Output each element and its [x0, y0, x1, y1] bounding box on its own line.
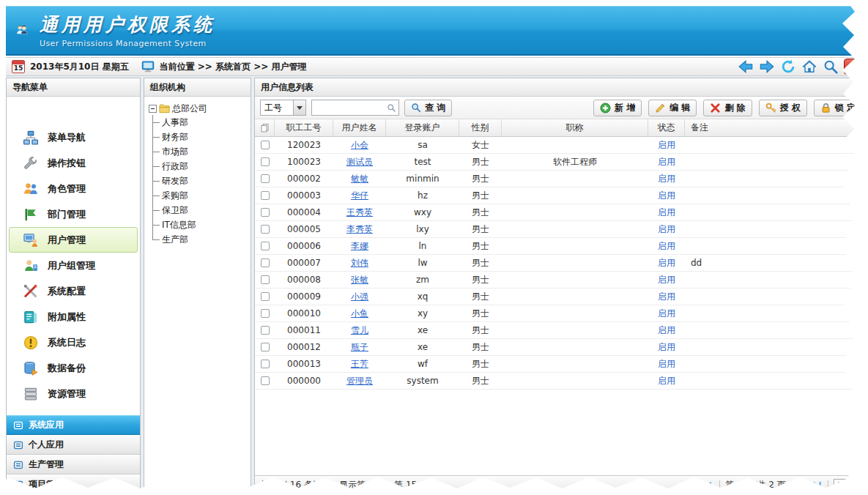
sidebar-item-role-management[interactable]: 角色管理 — [9, 176, 138, 201]
divider — [828, 480, 828, 491]
lock-button[interactable]: 锁 定 — [814, 100, 862, 116]
user-name-link[interactable]: 王芳 — [351, 358, 368, 371]
first-page-icon[interactable] — [689, 480, 700, 491]
user-name-link[interactable]: 刘伟 — [351, 257, 368, 269]
search-input[interactable] — [312, 101, 387, 114]
column-header-3[interactable]: 登录账户 — [386, 119, 459, 136]
table-row[interactable]: 000006李娜ln男士启用 — [255, 238, 867, 255]
table-row[interactable]: 000000管理员system男士启用 — [255, 373, 867, 390]
table-row[interactable]: 000013王芳wf男士启用 — [255, 356, 867, 373]
tree-node-0[interactable]: 人事部 — [152, 115, 248, 130]
sidebar-item-user-management[interactable]: 用户管理 — [9, 227, 138, 253]
user-name-link[interactable]: 敏敏 — [351, 173, 368, 185]
search-icon[interactable] — [823, 59, 839, 75]
accordion-system-apps[interactable]: 系统应用 — [7, 415, 140, 435]
table-row[interactable]: 000008张敏zm男士启用 — [255, 272, 867, 289]
table-row[interactable]: 100023测试员test男士软件工程师启用 — [255, 154, 867, 171]
user-name-link[interactable]: 雪儿 — [351, 324, 368, 337]
authorize-button[interactable]: 授 权 — [759, 100, 807, 116]
tree-node-2[interactable]: 市场部 — [152, 144, 248, 159]
table-row[interactable]: 000004王秀英wxy男士启用 — [255, 204, 867, 221]
table-row[interactable]: 000003华仔hz男士启用 — [255, 187, 867, 204]
user-name-link[interactable]: 小会 — [351, 139, 368, 152]
user-name-link[interactable]: 华仔 — [351, 190, 368, 202]
next-page-icon[interactable] — [797, 480, 808, 491]
add-button[interactable]: 新 增 — [593, 100, 642, 116]
row-checkbox[interactable] — [261, 309, 270, 318]
row-checkbox[interactable] — [261, 360, 270, 368]
table-row[interactable]: 000010小鱼xy男士启用 — [255, 305, 867, 322]
last-page-icon[interactable] — [812, 480, 823, 491]
sidebar-item-data-backup[interactable]: 数据备份 — [9, 355, 138, 381]
row-checkbox[interactable] — [261, 376, 270, 385]
app-launcher-icon[interactable] — [844, 59, 860, 75]
table-row[interactable]: 000009小强xq男士启用 — [255, 289, 867, 305]
row-checkbox[interactable] — [261, 258, 270, 267]
table-row[interactable]: 000002敏敏minmin男士启用 — [255, 171, 867, 187]
delete-button[interactable]: 删 除 — [703, 100, 752, 116]
search-field-combo[interactable]: 工号 — [260, 100, 306, 116]
row-checkbox[interactable] — [261, 242, 270, 250]
sidebar-item-menu-navigation[interactable]: 菜单导航 — [9, 124, 138, 150]
prev-page-icon[interactable] — [703, 480, 714, 491]
tree-root-node[interactable]: 总部公司 — [149, 102, 248, 115]
query-button[interactable]: 查 询 — [404, 100, 452, 116]
page-size-combo[interactable]: 15 — [834, 479, 861, 492]
user-name-link[interactable]: 管理员 — [346, 375, 373, 387]
column-header-2[interactable]: 用户姓名 — [333, 119, 386, 136]
row-checkbox[interactable] — [261, 141, 270, 149]
tree-node-5[interactable]: 采购部 — [152, 188, 248, 203]
home-icon[interactable] — [801, 59, 817, 75]
column-header-7[interactable]: 备注 — [685, 119, 867, 136]
sidebar-item-system-config[interactable]: 系统配置 — [9, 278, 138, 304]
accordion-production-management[interactable]: 生产管理 — [7, 455, 140, 474]
refresh-icon[interactable] — [780, 59, 796, 75]
row-checkbox[interactable] — [261, 157, 270, 166]
tree-node-3[interactable]: 行政部 — [152, 159, 248, 174]
tree-node-7[interactable]: IT信息部 — [152, 217, 248, 232]
tree-node-8[interactable]: 生产部 — [152, 232, 248, 247]
combo-dropdown-button[interactable] — [293, 100, 305, 115]
user-name-link[interactable]: 小强 — [351, 291, 368, 303]
table-row[interactable]: 000012瓶子xe男士启用 — [255, 339, 867, 356]
user-name-link[interactable]: 王秀英 — [346, 206, 373, 219]
user-name-link[interactable]: 小鱼 — [351, 308, 368, 320]
row-checkbox[interactable] — [261, 191, 270, 200]
tree-collapse-toggle[interactable] — [149, 105, 157, 113]
tree-node-6[interactable]: 保卫部 — [152, 203, 248, 217]
table-row[interactable]: 000007刘伟lw男士启用dd — [255, 255, 867, 272]
sidebar-item-resource-management[interactable]: 资源管理 — [9, 381, 138, 406]
accordion-personal-apps[interactable]: 个人应用 — [7, 435, 140, 455]
column-header-5[interactable]: 职称 — [502, 119, 648, 136]
row-checkbox[interactable] — [261, 292, 270, 301]
sidebar-item-operation-buttons[interactable]: 操作按钮 — [9, 150, 138, 176]
user-name-link[interactable]: 李秀英 — [346, 223, 373, 236]
row-checkbox[interactable] — [261, 326, 270, 335]
sidebar-item-user-group-management[interactable]: 用户组管理 — [9, 253, 138, 278]
tree-node-1[interactable]: 财务部 — [152, 130, 248, 144]
row-checkbox[interactable] — [261, 225, 270, 234]
edit-button[interactable]: 编 辑 — [648, 100, 697, 116]
row-checkbox[interactable] — [261, 343, 270, 351]
row-checkbox[interactable] — [261, 275, 270, 284]
forward-icon[interactable] — [759, 59, 775, 75]
table-row[interactable]: 000005李秀英lxy男士启用 — [255, 221, 867, 238]
back-icon[interactable] — [738, 59, 754, 75]
table-row[interactable]: 120023小会sa女士启用 — [255, 137, 867, 154]
table-row[interactable]: 000011雪儿xe男士启用 — [255, 322, 867, 339]
row-checkbox[interactable] — [261, 208, 270, 217]
user-name-link[interactable]: 瓶子 — [351, 341, 368, 354]
user-name-link[interactable]: 李娜 — [351, 240, 368, 253]
user-name-link[interactable]: 张敏 — [351, 274, 368, 286]
tree-node-4[interactable]: 研发部 — [152, 174, 248, 188]
sidebar-item-extra-attributes[interactable]: 附加属性 — [9, 304, 138, 330]
sidebar-item-department-management[interactable]: 部门管理 — [9, 201, 138, 227]
column-header-1[interactable]: 职工工号 — [275, 119, 333, 136]
row-checkbox[interactable] — [261, 174, 270, 183]
user-name-link[interactable]: 测试员 — [346, 156, 373, 168]
sidebar-item-system-log[interactable]: 系统日志 — [9, 330, 138, 355]
column-header-6[interactable]: 状态 — [648, 119, 685, 136]
accordion-project-management[interactable]: 项目管理 — [7, 474, 140, 494]
column-header-4[interactable]: 性别 — [459, 119, 502, 136]
select-column-header[interactable] — [255, 119, 275, 136]
